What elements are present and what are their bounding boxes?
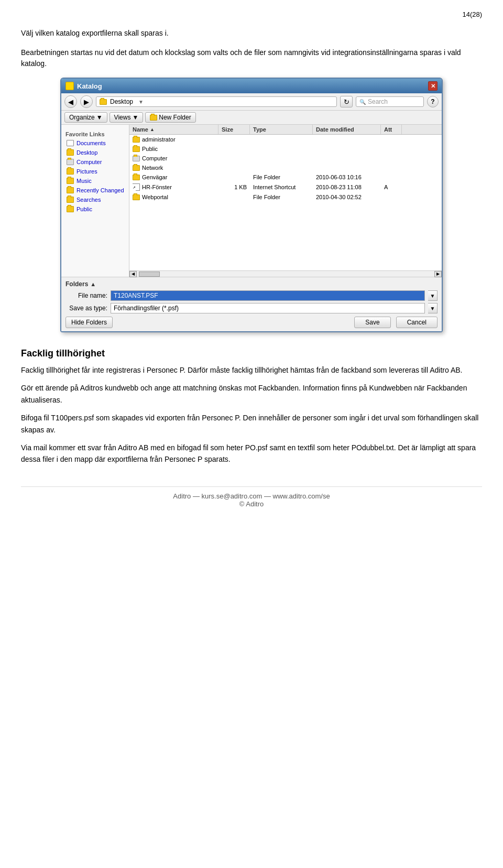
file-name-genvagor: Genvägar	[142, 174, 167, 180]
file-name-administrator: administrator	[142, 136, 176, 143]
footer-contact: Aditro — kurs.se@aditro.com — www.aditro…	[21, 492, 482, 500]
file-name-input[interactable]	[111, 290, 425, 301]
save-button[interactable]: Save	[354, 317, 390, 328]
dialog-nav-toolbar: ◀ ▶ Desktop ▼ ↻ 🔍 Search ?	[61, 93, 442, 111]
file-size-webportal	[218, 197, 250, 198]
col-header-name[interactable]: Name ▲	[129, 125, 218, 134]
dialog-title-icon	[65, 82, 74, 90]
folder-genvagor-icon	[133, 175, 140, 180]
col-date-label: Date modified	[316, 126, 354, 133]
body-para-3: Bifoga fil T100pers.psf som skapades vid…	[21, 412, 482, 436]
searches-icon	[67, 197, 74, 203]
address-folder-icon	[100, 99, 107, 105]
save-as-type-row: Save as type: ▼	[65, 303, 438, 313]
col-header-size[interactable]: Size	[218, 125, 250, 134]
file-type-computer	[250, 158, 313, 159]
views-button[interactable]: Views ▼	[110, 112, 144, 123]
file-size-public	[218, 148, 250, 149]
file-att-hr-fonster: A	[381, 183, 402, 191]
sidebar-music-label: Music	[76, 178, 92, 184]
new-folder-button[interactable]: New Folder	[145, 112, 195, 123]
page-number: 14(28)	[21, 10, 482, 18]
dialog-close-button[interactable]: ✕	[428, 81, 438, 91]
new-folder-label: New Folder	[159, 114, 191, 121]
views-arrow-icon: ▼	[132, 114, 138, 121]
documents-icon	[67, 140, 74, 146]
col-att-label: Att	[384, 126, 392, 133]
file-date-administrator	[313, 139, 381, 140]
file-row-administrator[interactable]: administrator	[129, 135, 442, 144]
address-bar[interactable]: Desktop ▼	[96, 96, 337, 107]
folder-administrator-icon	[133, 137, 140, 143]
cancel-button[interactable]: Cancel	[396, 317, 438, 328]
sidebar-item-public[interactable]: Public	[61, 204, 129, 214]
main-file-panel: Name ▲ Size Type Date modified Att	[129, 125, 442, 277]
recently-changed-icon	[67, 187, 74, 193]
music-icon	[67, 178, 74, 184]
scrollbar-left-arrow[interactable]: ◀	[129, 271, 137, 277]
sidebar-computer-label: Computer	[76, 159, 102, 165]
file-date-computer	[313, 158, 381, 159]
sidebar-documents-label: Documents	[76, 140, 106, 146]
page-footer: Aditro — kurs.se@aditro.com — www.aditro…	[21, 486, 482, 508]
file-list: administrator Public	[129, 135, 442, 270]
file-row-computer[interactable]: Computer	[129, 154, 442, 163]
organize-button[interactable]: Organize ▼	[64, 112, 107, 123]
sidebar-item-pictures[interactable]: Pictures	[61, 167, 129, 176]
search-icon: 🔍	[359, 99, 366, 105]
folders-bar: Folders ▲	[65, 280, 438, 288]
sidebar-searches-label: Searches	[76, 197, 101, 203]
scrollbar-thumb[interactable]	[139, 272, 160, 277]
sidebar-item-searches[interactable]: Searches	[61, 195, 129, 204]
file-row-genvagor[interactable]: Genvägar File Folder 2010-06-03 10:16	[129, 172, 442, 182]
col-type-label: Type	[253, 126, 266, 133]
folder-webportal-icon	[133, 194, 140, 200]
file-name-dropdown[interactable]: ▼	[428, 290, 438, 301]
sidebar-item-documents[interactable]: Documents	[61, 138, 129, 148]
sidebar-desktop-label: Desktop	[76, 149, 97, 156]
search-placeholder-text: Search	[368, 98, 388, 105]
col-header-type[interactable]: Type	[250, 125, 313, 134]
sidebar-item-desktop[interactable]: Desktop	[61, 148, 129, 157]
forward-button[interactable]: ▶	[80, 95, 93, 108]
folders-label[interactable]: Folders ▲	[65, 280, 96, 288]
file-date-genvagor: 2010-06-03 10:16	[313, 173, 381, 181]
sidebar-item-computer[interactable]: Computer	[61, 157, 129, 167]
file-row-hr-fonster[interactable]: HR-Fönster 1 KB Internet Shortcut 2010-0…	[129, 182, 442, 192]
scrollbar-right-arrow[interactable]: ▶	[434, 271, 442, 277]
file-date-hr-fonster: 2010-08-23 11:08	[313, 183, 381, 191]
save-as-type-input[interactable]	[111, 303, 425, 313]
folder-public-icon	[133, 146, 140, 152]
help-button[interactable]: ?	[427, 96, 439, 107]
dialog-footer: Folders ▲ File name: ▼ Save as type: ▼ H…	[61, 277, 442, 331]
file-date-public	[313, 148, 381, 149]
sidebar-recently-changed-label: Recently Changed	[76, 187, 124, 193]
sidebar-section-title: Favorite Links	[61, 129, 129, 138]
horizontal-scrollbar[interactable]: ◀ ▶	[129, 270, 442, 277]
col-size-label: Size	[222, 126, 233, 133]
body-para-1: Facklig tillhörighet får inte registrera…	[21, 364, 482, 376]
dialog-title: Katalog	[77, 82, 102, 90]
refresh-button[interactable]: ↻	[340, 96, 353, 107]
sidebar-item-recently-changed[interactable]: Recently Changed	[61, 186, 129, 195]
file-row-webportal[interactable]: Webportal File Folder 2010-04-30 02:52	[129, 192, 442, 202]
hide-folders-button[interactable]: Hide Folders	[65, 317, 113, 328]
desktop-icon	[67, 149, 74, 156]
file-row-network[interactable]: Network	[129, 163, 442, 172]
folder-computer-icon	[133, 156, 140, 161]
search-bar[interactable]: 🔍 Search	[356, 96, 424, 107]
col-header-date[interactable]: Date modified	[313, 125, 381, 134]
back-button[interactable]: ◀	[64, 95, 77, 108]
shortcut-hr-fonster-icon	[133, 183, 140, 191]
file-size-genvagor	[218, 177, 250, 178]
save-as-dropdown[interactable]: ▼	[428, 303, 438, 313]
file-att-public	[381, 148, 402, 149]
file-name-hr-fonster: HR-Fönster	[142, 184, 172, 190]
col-header-att[interactable]: Att	[381, 125, 402, 134]
file-row-public[interactable]: Public	[129, 144, 442, 154]
file-size-administrator	[218, 139, 250, 140]
file-name-public: Public	[142, 146, 158, 152]
folders-text: Folders	[65, 280, 88, 288]
sidebar-item-music[interactable]: Music	[61, 176, 129, 186]
file-att-webportal	[381, 197, 402, 198]
